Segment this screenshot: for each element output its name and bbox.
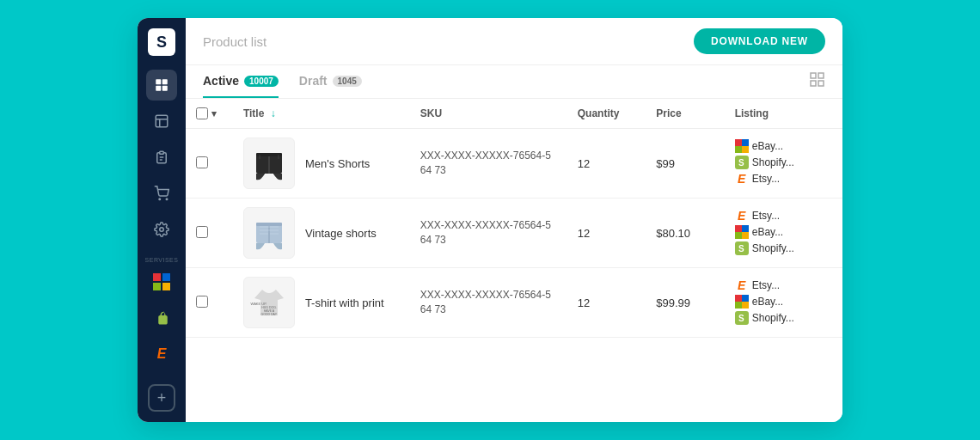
sidebar-item-inventory[interactable]: [146, 142, 177, 173]
svg-point-11: [166, 199, 168, 200]
product-image: WAKE UP. HUG DOG. HAVE A GOOD DAY.: [243, 277, 295, 328]
svg-rect-14: [162, 273, 170, 281]
svg-rect-50: [742, 295, 749, 302]
sidebar-item-multichannel[interactable]: [146, 266, 177, 297]
svg-rect-16: [162, 283, 170, 290]
row-checkbox-cell: [186, 129, 233, 199]
download-new-button[interactable]: DOWNLOAD NEW: [694, 28, 825, 54]
product-quantity: 12: [578, 296, 590, 309]
product-price: $99: [656, 157, 675, 170]
svg-rect-3: [162, 86, 168, 91]
listing-item: E Etsy...: [735, 209, 832, 223]
row-product-cell: Vintage shorts: [233, 199, 410, 268]
row-checkbox[interactable]: [196, 226, 208, 238]
product-table: ▾ Title ↓ SKU Quantity Price Listing: [186, 99, 842, 338]
tabs-row: Active 10007 Draft 1045: [186, 65, 842, 99]
table-row: WAKE UP. HUG DOG. HAVE A GOOD DAY. T-shi…: [186, 268, 842, 338]
svg-text:S: S: [738, 314, 744, 323]
svg-text:GOOD DAY.: GOOD DAY.: [260, 313, 277, 316]
row-product-cell: Men's Shorts: [233, 129, 410, 199]
row-listing-cell: E Etsy... eBay... S Shopify...: [725, 268, 842, 338]
shopify-icon: S: [735, 241, 749, 255]
sidebar-item-orders[interactable]: [146, 106, 177, 137]
listing-item: eBay...: [735, 295, 832, 309]
col-quantity: Quantity: [567, 99, 646, 129]
svg-rect-39: [735, 225, 742, 232]
svg-rect-28: [735, 146, 742, 153]
row-qty-cell: 12: [567, 268, 646, 338]
row-price-cell: $80.10: [646, 199, 724, 268]
row-checkbox-cell: [186, 199, 233, 268]
services-label: SERVISES: [145, 257, 179, 263]
row-price-cell: $99: [646, 129, 724, 199]
row-checkbox[interactable]: [196, 156, 208, 168]
listing-item: eBay...: [735, 139, 832, 153]
sidebar-item-settings[interactable]: [146, 214, 177, 245]
row-checkbox-cell: [186, 268, 233, 338]
svg-text:S: S: [738, 158, 744, 168]
row-sku-cell: XXX-XXXX-XXXXX-76564-5 64 73: [410, 199, 567, 268]
row-sku-cell: XXX-XXXX-XXXXX-76564-5 64 73: [410, 268, 567, 338]
svg-rect-26: [735, 139, 742, 146]
title-sort-icon[interactable]: ↓: [271, 107, 276, 119]
svg-rect-34: [256, 223, 282, 226]
listing-item: S Shopify...: [735, 156, 832, 169]
svg-rect-42: [742, 232, 749, 239]
svg-rect-18: [818, 73, 824, 78]
svg-rect-29: [742, 146, 749, 153]
product-sku: XXX-XXXX-XXXXX-76564-5 64 73: [420, 289, 551, 315]
table-row: Men's Shorts XXX-XXXX-XXXXX-76564-5 64 7…: [186, 129, 842, 199]
svg-rect-7: [160, 151, 164, 154]
ebay-icon: [735, 225, 749, 239]
active-badge: 10007: [244, 76, 279, 87]
svg-rect-20: [818, 81, 824, 86]
listing-item: E Etsy...: [735, 278, 832, 292]
sidebar: S SERVISES E: [138, 18, 186, 422]
svg-rect-1: [162, 79, 168, 84]
tab-active[interactable]: Active 10007: [203, 65, 279, 98]
svg-rect-51: [735, 302, 742, 309]
etsy-icon: E: [735, 172, 749, 186]
svg-rect-23: [256, 153, 282, 156]
listing-item: S Shopify...: [735, 241, 832, 255]
svg-text:S: S: [738, 244, 744, 254]
header: Product list DOWNLOAD NEW: [186, 18, 842, 65]
sidebar-item-products[interactable]: [146, 70, 177, 101]
sidebar-item-shopify[interactable]: [146, 302, 177, 333]
tab-draft[interactable]: Draft 1045: [299, 65, 362, 98]
sidebar-logo[interactable]: S: [148, 28, 175, 56]
product-image: [243, 207, 295, 259]
sidebar-add-button[interactable]: +: [148, 384, 175, 412]
row-listing-cell: eBay... S Shopify... E Etsy...: [725, 129, 842, 199]
select-all-checkbox[interactable]: [196, 107, 208, 119]
col-listing: Listing: [725, 99, 842, 129]
row-qty-cell: 12: [567, 199, 646, 268]
sidebar-item-cart[interactable]: [146, 178, 177, 209]
product-name: Vintage shorts: [305, 227, 377, 240]
svg-rect-27: [742, 139, 749, 146]
grid-view-icon[interactable]: [810, 72, 825, 91]
shopify-icon: S: [735, 311, 749, 325]
row-price-cell: $99.99: [646, 268, 724, 338]
product-name: T-shirt with print: [305, 296, 384, 309]
sidebar-item-etsy[interactable]: E: [146, 339, 177, 370]
col-sku: SKU: [410, 99, 567, 129]
main-content: Product list DOWNLOAD NEW Active 10007 D…: [186, 18, 842, 422]
row-qty-cell: 12: [567, 129, 646, 199]
svg-rect-49: [735, 295, 742, 302]
col-title: Title ↓: [233, 99, 410, 129]
product-quantity: 12: [578, 157, 590, 170]
dropdown-arrow[interactable]: ▾: [211, 108, 217, 119]
svg-rect-0: [156, 79, 161, 84]
svg-rect-13: [153, 273, 161, 281]
product-sku: XXX-XXXX-XXXXX-76564-5 64 73: [420, 150, 551, 176]
svg-rect-41: [735, 232, 742, 239]
product-table-container: ▾ Title ↓ SKU Quantity Price Listing: [186, 99, 842, 422]
app-window: S SERVISES E: [138, 18, 842, 422]
ebay-icon: [735, 295, 749, 309]
row-checkbox[interactable]: [196, 296, 208, 308]
listing-item: eBay...: [735, 225, 832, 239]
svg-rect-40: [742, 225, 749, 232]
draft-badge: 1045: [333, 76, 362, 87]
listing-item: E Etsy...: [735, 172, 832, 186]
